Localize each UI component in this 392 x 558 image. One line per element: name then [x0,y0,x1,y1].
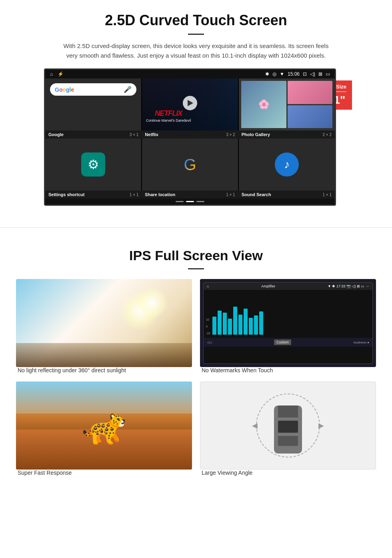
feature-caption-watermarks: No Watermarks When Touch [200,367,376,373]
amp-title: Amplifier [261,284,275,288]
nav-dot-2 [186,201,194,202]
amp-bar-1 [212,317,216,335]
status-bar: ⌂ ⚡ ✱ ◎ ▼ 15:06 ⊡ ◁) ⊠ ▭ [45,70,335,78]
page-divider [0,227,392,228]
app-cell-share-location[interactable]: G [142,138,238,191]
app-cell-gallery[interactable]: 🌸 [239,78,335,130]
section2-divider [188,268,204,269]
app-labels-row2: Settings shortcut 1 × 1 Share location 1… [45,191,335,199]
app-cell-sound-search[interactable]: ♪ [239,138,335,191]
cheetah-emoji: 🐆 [82,405,126,447]
status-left: ⌂ ⚡ [50,71,64,77]
amp-bar-6 [238,315,242,335]
google-label: Google 3 × 1 [45,130,142,138]
feature-item-car: ◀ ▶ Large Viewing Angle [200,381,376,476]
cheetah-emoji-wrapper: 🐆 [82,405,126,447]
music-note-icon: ♪ [284,158,290,171]
nav-dot-3 [196,201,204,202]
amp-bar-2 [218,311,222,335]
status-right: ✱ ◎ ▼ 15:06 ⊡ ◁) ⊠ ▭ [265,71,330,77]
gallery-label: Photo Gallery 2 × 2 [238,130,335,138]
status-time: 15:06 [288,71,300,77]
amp-y-labels: 100-10 [206,318,210,335]
section1-title: 2.5D Curved Touch Screen [24,12,368,29]
amp-bar-7 [244,309,248,335]
car-top-view [274,401,302,450]
sound-icon-bg: ♪ [275,153,299,177]
google-mic-icon[interactable]: 🎤 [124,86,132,93]
app-cell-google[interactable]: Google 🎤 [45,78,141,130]
google-logo: Google [55,86,74,93]
device-screen: ⌂ ⚡ ✱ ◎ ▼ 15:06 ⊡ ◁) ⊠ ▭ [44,68,336,206]
amp-bar-5 [233,307,237,335]
gallery-thumb-1: 🌸 [241,81,286,128]
amp-bar-3 [223,313,227,335]
amp-custom-btn[interactable]: Custom [274,339,291,345]
feature-img-car: ◀ ▶ [200,381,376,470]
wifi-icon: ▼ [280,71,284,77]
app-cell-settings[interactable]: ⚙ [45,138,141,191]
close-icon: ⊠ [318,71,322,77]
gallery-thumb-3 [288,105,333,128]
google-search-bar[interactable]: Google 🎤 [50,83,136,96]
settings-label: Settings shortcut 1 × 1 [45,191,142,199]
app-cell-netflix[interactable]: NETFLIX Continue Marvel's Daredevil [142,78,238,130]
feature-caption-car: Large Viewing Angle [200,470,376,476]
section2-title: IPS Full Screen View [16,248,376,263]
amp-bar-8 [249,318,253,335]
amp-icons: ▼ ✱ 17:33 📷 ◁) ⊠ ▭ → [328,284,369,288]
section-curved-screen: 2.5D Curved Touch Screen With 2.5D curve… [0,0,392,215]
feature-caption-cheetah: Super Fast Response [16,470,192,476]
amp-header: ⌂ Amplifier ▼ ✱ 17:33 📷 ◁) ⊠ ▭ → [204,283,372,290]
car-rear-window [278,436,298,446]
app-labels-row1: Google 3 × 1 Netflix 3 × 2 Photo Gallery… [45,130,335,138]
amp-bar-10 [259,311,263,335]
app-grid-top: Google 🎤 NETFLIX Continue Mar [45,78,335,130]
nav-dot-1 [176,201,184,202]
share-label: Share location 1 × 1 [142,191,238,199]
feature-caption-sunlight: No light reflecting under 360° direct su… [16,367,192,373]
location-icon: ◎ [272,71,276,77]
amp-footer: ◁◁ Custom loudness ● [204,338,372,347]
sun-glow [120,291,160,331]
amp-footer-left: ◁◁ [207,341,212,344]
gallery-thumb-2 [288,81,333,104]
angle-arrow-left: ◀ [252,421,258,430]
feature-img-amplifier: ⌂ Amplifier ▼ ✱ 17:33 📷 ◁) ⊠ ▭ → 100-10 [200,279,376,367]
section1-description: With 2.5D curved-display screen, this de… [60,41,332,60]
camera-icon: ⊡ [303,71,307,77]
usb-icon: ⚡ [58,71,64,77]
sound-label: Sound Search 1 × 1 [238,191,335,199]
car-roof [278,421,298,433]
maps-icon-bg: G [178,153,202,177]
volume-icon: ◁) [310,71,315,77]
car-top-view-container: ◀ ▶ [252,389,324,462]
feature-item-sunlight: No light reflecting under 360° direct su… [16,279,192,373]
amp-screen: ⌂ Amplifier ▼ ✱ 17:33 📷 ◁) ⊠ ▭ → 100-10 [203,282,373,364]
angle-arrow-right: ▶ [318,421,324,430]
settings-icon-bg: ⚙ [81,153,105,177]
nav-dots [45,199,335,205]
feature-item-amplifier: ⌂ Amplifier ▼ ✱ 17:33 📷 ◁) ⊠ ▭ → 100-10 [200,279,376,373]
netflix-play-button[interactable] [183,96,197,110]
amp-equalizer-bars [212,307,370,335]
window-icon: ▭ [326,71,330,77]
car-front-window [278,405,298,417]
netflix-label: Netflix 3 × 2 [142,130,238,138]
ground-overlay [16,343,192,367]
feature-img-sunlight [16,279,192,367]
amp-bar-4 [228,319,232,335]
section-ips-screen: IPS Full Screen View No light reflecting… [0,240,392,488]
car-body-shape [274,405,302,454]
maps-g-icon: G [184,156,196,174]
gear-icon: ⚙ [88,157,99,172]
netflix-brand: NETFLIX Continue Marvel's Daredevil [146,109,191,122]
bluetooth-icon: ✱ [265,71,269,77]
feature-item-cheetah: 🐆 Super Fast Response [16,381,192,476]
feature-img-cheetah: 🐆 [16,381,192,470]
amp-bars-container: 100-10 [204,290,372,338]
feature-grid: No light reflecting under 360° direct su… [16,279,376,476]
amp-loudness: loudness ● [354,341,369,344]
netflix-logo-text: NETFLIX [146,109,191,118]
app-grid-bottom: ⚙ G ♪ [45,138,335,191]
